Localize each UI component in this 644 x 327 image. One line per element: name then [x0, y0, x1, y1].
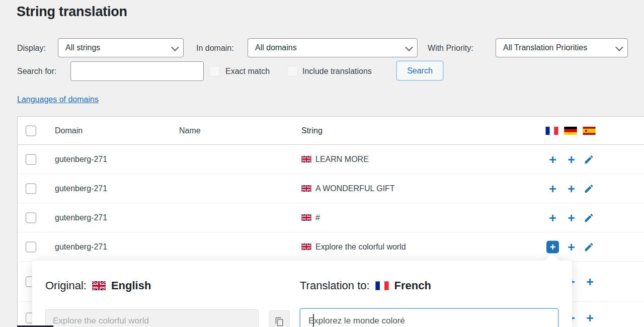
- row-string: LEARN MORE: [315, 155, 369, 164]
- chevron-down-icon: [171, 43, 179, 51]
- select-all-checkbox[interactable]: [26, 125, 36, 136]
- edit-translation-spanish-icon[interactable]: [584, 212, 594, 223]
- exact-match-checkbox[interactable]: [209, 66, 220, 76]
- row-checkbox[interactable]: [26, 241, 36, 252]
- translation-language: French: [394, 279, 431, 292]
- translation-heading: Translation to: French: [300, 279, 431, 292]
- include-translations-label: Include translations: [302, 66, 372, 76]
- column-header-domain: Domain: [55, 126, 83, 135]
- row-string: A WONDERFUL GIFT: [315, 184, 395, 193]
- priority-select-value: All Translation Priorities: [503, 43, 587, 52]
- row-domain: gutenberg-271: [55, 213, 107, 222]
- table-row: gutenberg-271 LEARN MORE + +: [18, 145, 644, 174]
- edit-translation-spanish-icon[interactable]: [584, 183, 594, 194]
- original-language: English: [111, 279, 151, 292]
- in-domain-select-value: All domains: [255, 43, 297, 52]
- add-translation-french-icon[interactable]: +: [546, 153, 559, 166]
- original-string-field: [45, 309, 259, 327]
- add-translation-french-active-button[interactable]: +: [546, 240, 559, 253]
- page-title: String translation: [17, 4, 127, 20]
- uk-flag-icon: [301, 243, 311, 250]
- translation-to-label: Translation to:: [300, 279, 370, 292]
- row-checkbox[interactable]: [26, 183, 36, 194]
- chevron-down-icon: [615, 43, 623, 51]
- exact-match-label: Exact match: [225, 66, 270, 76]
- add-translation-german-icon[interactable]: +: [565, 240, 578, 253]
- add-translation-french-icon[interactable]: +: [546, 211, 559, 224]
- add-translation-french-icon[interactable]: +: [546, 182, 559, 195]
- table-row: gutenberg-271 A WONDERFUL GIFT + +: [18, 174, 644, 203]
- add-translation-spanish-icon[interactable]: +: [584, 275, 596, 288]
- search-button[interactable]: Search: [396, 61, 443, 80]
- languages-of-domains-link[interactable]: Languages of domains: [17, 95, 99, 104]
- text-cursor: [313, 314, 314, 327]
- uk-flag-icon: [301, 185, 311, 192]
- panel-body: Original: English Translation to: French: [32, 261, 572, 327]
- row-string: Explore the colorful world: [315, 242, 406, 252]
- search-for-label: Search for:: [17, 66, 56, 76]
- language-columns: [545, 126, 596, 135]
- french-flag-icon: [545, 126, 558, 135]
- add-translation-german-icon[interactable]: +: [565, 182, 578, 195]
- uk-flag-icon: [92, 281, 106, 290]
- string-translation-page: String translation Display: All strings …: [0, 0, 644, 327]
- copy-original-button[interactable]: [269, 310, 290, 327]
- column-header-string: String: [301, 126, 323, 135]
- row-domain: gutenberg-271: [55, 184, 107, 193]
- priority-select[interactable]: All Translation Priorities: [496, 38, 628, 57]
- row-domain: gutenberg-271: [55, 155, 107, 164]
- row-string: #: [315, 213, 320, 222]
- original-label: Original:: [45, 279, 87, 292]
- display-label: Display:: [17, 43, 46, 53]
- translation-editor-panel: Original: English Translation to: French: [32, 261, 572, 327]
- display-select[interactable]: All strings: [58, 38, 184, 57]
- row-domain: gutenberg-271: [55, 242, 107, 252]
- uk-flag-icon: [301, 156, 311, 162]
- edit-translation-spanish-icon[interactable]: [584, 241, 594, 252]
- add-translation-spanish-icon[interactable]: +: [584, 311, 596, 324]
- in-domain-select[interactable]: All domains: [248, 38, 418, 57]
- in-domain-label: In domain:: [196, 43, 234, 53]
- search-input[interactable]: [70, 61, 204, 81]
- add-translation-german-icon[interactable]: +: [565, 211, 578, 224]
- spanish-flag-icon: [583, 126, 596, 135]
- row-checkbox[interactable]: [26, 154, 36, 165]
- original-heading: Original: English: [45, 279, 151, 292]
- priority-label: With Priority:: [428, 43, 473, 53]
- uk-flag-icon: [301, 214, 311, 221]
- include-translations-checkbox[interactable]: [287, 66, 298, 76]
- display-select-value: All strings: [65, 43, 100, 52]
- table-header-row: Domain Name String: [18, 117, 644, 145]
- french-flag-icon: [375, 281, 389, 290]
- translation-input[interactable]: [300, 308, 558, 327]
- add-translation-german-icon[interactable]: +: [565, 153, 578, 166]
- column-header-name: Name: [179, 126, 201, 135]
- german-flag-icon: [564, 126, 577, 135]
- chevron-down-icon: [405, 43, 413, 51]
- row-checkbox[interactable]: [26, 212, 36, 223]
- edit-translation-spanish-icon[interactable]: [584, 154, 594, 165]
- table-row: gutenberg-271 # + +: [18, 203, 644, 232]
- copy-icon: [275, 317, 284, 326]
